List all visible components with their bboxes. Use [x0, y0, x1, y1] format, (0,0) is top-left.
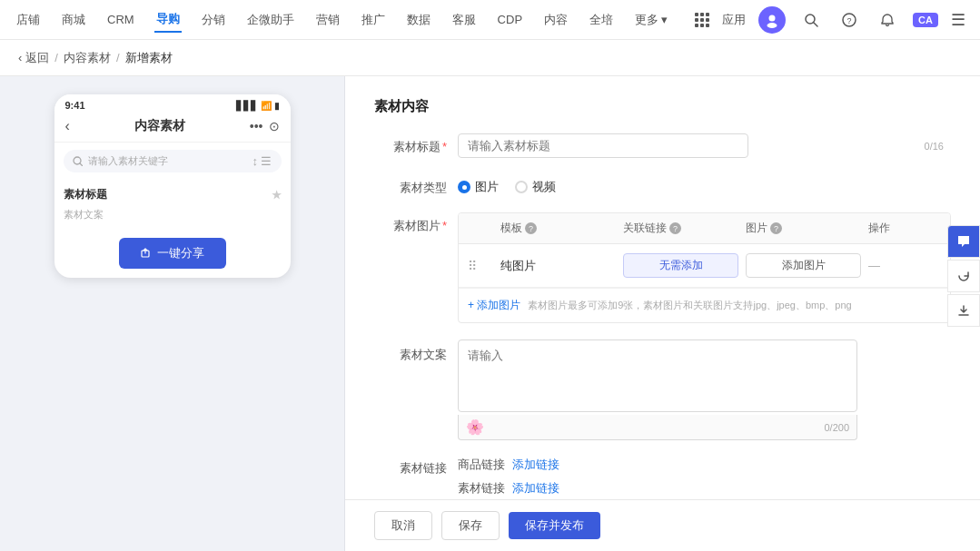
nav-item-distribution[interactable]: 分销: [200, 8, 227, 32]
phone-frame: 9:41 ▋▋▋ 📶 ▮ ‹ 内容素材 ••• ⊙ 请输入素材关键字: [54, 94, 291, 278]
phone-search-placeholder: 请输入素材关键字: [88, 154, 168, 168]
breadcrumb-sep2: /: [116, 51, 120, 64]
phone-time: 9:41: [65, 100, 85, 111]
svg-point-2: [767, 23, 777, 28]
image-control: 模板 ? 关联链接 ? 图片 ? 操作: [458, 212, 951, 323]
svg-line-4: [814, 23, 817, 26]
nav-item-shop[interactable]: 店铺: [15, 8, 42, 32]
image-label: 素材图片*: [374, 212, 447, 234]
col-image: 图片 ?: [746, 221, 861, 236]
nav-item-service[interactable]: 客服: [450, 8, 478, 32]
status-icons: ▋▋▋ 📶 ▮: [236, 101, 280, 111]
copy-char-count: 0/200: [824, 422, 849, 433]
table-row: ⠿ 纯图片 无需添加 添加图片 —: [459, 244, 950, 288]
hamburger-icon[interactable]: ☰: [951, 10, 965, 30]
type-row: 素材类型 图片 视频: [374, 174, 951, 196]
drag-handle[interactable]: ⠿: [468, 259, 493, 273]
nav-item-guide[interactable]: 导购: [154, 7, 182, 33]
copy-row: 素材文案 🌸 0/200: [374, 339, 951, 440]
type-radio-image[interactable]: 图片: [458, 179, 499, 195]
phone-status-bar: 9:41 ▋▋▋ 📶 ▮: [54, 94, 291, 113]
svg-line-8: [80, 163, 83, 166]
copy-control: 🌸 0/200: [458, 339, 951, 440]
phone-title: 内容素材: [70, 118, 250, 134]
breadcrumb-sep1: /: [54, 51, 58, 64]
image-info-icon[interactable]: ?: [770, 222, 782, 234]
nav-item-content[interactable]: 内容: [542, 8, 569, 32]
action-dash: —: [868, 259, 941, 272]
type-control: 图片 视频: [458, 174, 951, 195]
phone-preview-panel: 9:41 ▋▋▋ 📶 ▮ ‹ 内容素材 ••• ⊙ 请输入素材关键字: [0, 76, 345, 551]
section-title: 素材内容: [374, 98, 951, 115]
textarea-wrap: 🌸 0/200: [458, 339, 857, 440]
link-info-icon[interactable]: ?: [669, 222, 681, 234]
col-link: 关联链接 ?: [623, 221, 738, 236]
help-icon[interactable]: ?: [836, 7, 862, 33]
nav-right: 应用 ? CA ☰: [695, 6, 965, 34]
title-input[interactable]: [458, 133, 748, 158]
col-template: 模板 ?: [500, 221, 616, 236]
nav-item-marketing[interactable]: 营销: [314, 8, 342, 32]
bottom-actions: 取消 保存 保存并发布: [345, 499, 980, 551]
battery-icon: ▮: [274, 101, 280, 111]
image-table: 模板 ? 关联链接 ? 图片 ? 操作: [458, 212, 951, 323]
radio-circle-image: [458, 181, 470, 193]
nav-item-crm[interactable]: CRM: [105, 9, 136, 30]
type-radio-group: 图片 视频: [458, 174, 951, 195]
add-image-button-label[interactable]: + 添加图片: [468, 298, 520, 313]
title-input-wrap: 0/16: [458, 133, 951, 158]
nav-item-wecom[interactable]: 企微助手: [245, 8, 296, 32]
main-layout: 9:41 ▋▋▋ 📶 ▮ ‹ 内容素材 ••• ⊙ 请输入素材关键字: [0, 76, 980, 551]
phone-header: ‹ 内容素材 ••• ⊙: [54, 113, 291, 143]
wifi-icon: 📶: [261, 101, 272, 111]
cancel-button[interactable]: 取消: [374, 511, 432, 540]
top-nav: 店铺 商城 CRM 导购 分销 企微助手 营销 推广 数据 客服 CDP 内容 …: [0, 0, 980, 40]
material-link-row: 素材链接 添加链接: [458, 480, 951, 497]
back-button[interactable]: ‹ 返回: [18, 50, 49, 66]
copy-textarea[interactable]: [458, 339, 857, 412]
textarea-bottom-bar: 🌸 0/200: [458, 415, 857, 440]
add-image-row[interactable]: + 添加图片 素材图片最多可添加9张，素材图片和关联图片支持jpg、jpeg、b…: [459, 288, 950, 322]
search-nav-icon[interactable]: [798, 7, 824, 33]
phone-star-icon: ★: [272, 189, 282, 202]
phone-target-icon: ⊙: [269, 119, 280, 133]
breadcrumb-parent[interactable]: 内容素材: [64, 50, 111, 66]
phone-share-button[interactable]: 一键分享: [119, 238, 226, 269]
svg-point-1: [769, 15, 776, 21]
phone-more[interactable]: ••• ⊙: [250, 119, 280, 133]
apps-icon[interactable]: [695, 13, 709, 27]
nav-item-cdp[interactable]: CDP: [496, 9, 524, 30]
phone-search-bar[interactable]: 请输入素材关键字 ↕ ☰: [64, 150, 282, 172]
title-char-count: 0/16: [925, 141, 944, 152]
apps-label[interactable]: 应用: [722, 12, 746, 28]
add-image-cell-button[interactable]: 添加图片: [746, 253, 861, 278]
svg-text:?: ?: [847, 16, 852, 25]
phone-filter-icons: ↕ ☰: [252, 154, 272, 168]
product-link-label: 商品链接: [458, 457, 505, 473]
nav-item-more[interactable]: 更多 ▾: [633, 8, 669, 32]
title-control: 0/16: [458, 133, 951, 158]
image-row: 素材图片* 模板 ? 关联链接 ?: [374, 212, 951, 323]
emoji-icon[interactable]: 🌸: [466, 418, 484, 436]
nav-item-mall[interactable]: 商城: [60, 8, 87, 32]
download-float-button[interactable]: [947, 294, 980, 327]
chevron-down-icon: ▾: [661, 13, 668, 26]
template-value: 纯图片: [500, 258, 616, 274]
chat-float-button[interactable]: [947, 225, 980, 258]
template-info-icon[interactable]: ?: [525, 222, 537, 234]
form-panel: 素材内容 素材标题* 0/16 素材类型 图片: [345, 76, 980, 551]
nav-item-data[interactable]: 数据: [405, 8, 432, 32]
save-button[interactable]: 保存: [441, 511, 500, 540]
avatar-icon[interactable]: [758, 6, 786, 34]
nav-item-training[interactable]: 全培: [588, 8, 615, 32]
type-radio-video[interactable]: 视频: [515, 179, 556, 195]
material-link-add[interactable]: 添加链接: [512, 480, 559, 497]
product-link-add[interactable]: 添加链接: [512, 457, 559, 473]
ca-badge[interactable]: CA: [913, 13, 938, 27]
notification-icon[interactable]: [875, 7, 900, 33]
phone-dot-icon: •••: [250, 119, 263, 133]
phone-content-label: 素材标题 ★: [54, 180, 291, 206]
nav-item-promotion[interactable]: 推广: [360, 8, 387, 32]
publish-button[interactable]: 保存并发布: [509, 512, 600, 539]
refresh-float-button[interactable]: [947, 260, 980, 292]
